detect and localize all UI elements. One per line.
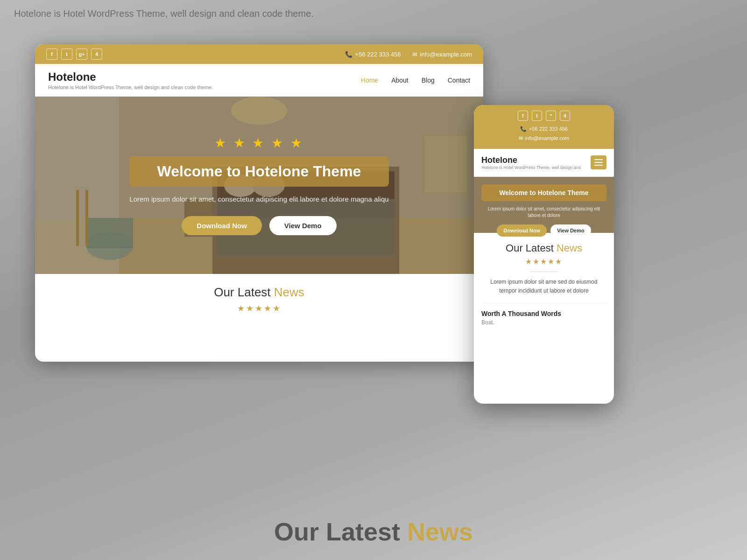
facebook-icon[interactable]: f [46,49,57,60]
mobile-download-button[interactable]: Download Now [497,224,547,237]
phone-info: 📞 +56 222 333 456 [345,51,401,58]
mobile-news-title-text: Our Latest [506,242,554,254]
bg-news: News [407,518,473,546]
news-title-accent2: News [274,285,304,299]
mobile-news-description: Lorem ipsum dolor sit ame sed do eiusmod… [481,278,606,295]
hero-stars: ★ ★ ★ ★ ★ [129,135,388,151]
nav-about[interactable]: About [391,77,409,84]
desktop-logo: Hotelone Hotelone is Hotel WordPress The… [48,70,213,90]
phone-number: +56 222 333 456 [355,51,401,58]
bg-bottom-text: Our Latest News [274,517,473,546]
phone-icon: 📞 [345,51,352,58]
bg-text: Hotelone is Hotel WordPress Theme, well … [14,8,314,19]
desktop-news-section: Our Latest News ★★★★★ [35,274,483,325]
desktop-logo-title: Hotelone [48,70,213,84]
download-now-button[interactable]: Download Now [182,216,262,235]
mobile-news-divider [530,272,558,272]
mobile-menu-button[interactable] [591,155,606,169]
hero-title: Welcome to Hotelone Theme [152,163,366,180]
bg-latest: Latest [326,518,400,546]
desktop-social-icons: f t g+ 4 [46,49,102,60]
social4-icon[interactable]: 4 [91,49,102,60]
mobile-googleplus-icon[interactable]: * [546,111,556,121]
mobile-hero: Welcome to Hotelone Theme Lorem ipsum do… [474,177,614,233]
mobile-hero-title-box: Welcome to Hotelone Theme [481,184,606,201]
hamburger-line3 [594,165,603,166]
desktop-hero: ★ ★ ★ ★ ★ Welcome to Hotelone Theme Lore… [35,97,483,274]
mobile-contact-info: 📞 +56 222 333 456 ✉ info@example.com [481,125,606,143]
hamburger-line2 [594,162,603,163]
desktop-logo-subtitle: Hotelone is Hotel WordPress Theme, well … [48,84,213,90]
hero-title-box: Welcome to Hotelone Theme [129,156,388,187]
mobile-hero-subtitle: Lorem ipsum dolor sit amet, consectetur … [481,206,606,219]
googleplus-icon[interactable]: g+ [76,49,87,60]
mobile-news-stars: ★★★★★ [481,257,606,266]
desktop-news-stars: ★★★★★ [48,303,470,314]
mobile-article-sub: Boat. [481,319,606,326]
bg-our: Our [274,518,319,546]
mobile-logo: Hotelone Hotelone is Hotel WordPress The… [481,155,581,170]
email-info: ✉ info@example.com [412,51,472,58]
mobile-hero-content: Welcome to Hotelone Theme Lorem ipsum do… [481,184,606,237]
twitter-icon[interactable]: t [61,49,72,60]
view-demo-button[interactable]: View Demo [269,216,337,235]
desktop-nav: Hotelone Hotelone is Hotel WordPress The… [35,64,483,97]
mobile-twitter-icon[interactable]: t [532,111,542,121]
desktop-contact-info: 📞 +56 222 333 456 ✉ info@example.com [345,51,472,58]
mobile-news-title-accent2: News [557,242,582,254]
hero-content: ★ ★ ★ ★ ★ Welcome to Hotelone Theme Lore… [129,135,388,235]
mobile-topbar: f t * 4 📞 +56 222 333 456 ✉ info@example… [474,105,614,149]
desktop-nav-links: Home About Blog Contact [361,77,470,84]
mobile-phone-number: +56 222 333 456 [529,125,568,134]
mobile-social-icons: f t * 4 [481,111,606,121]
email-address: info@example.com [420,51,472,58]
mobile-email: ✉ info@example.com [481,134,606,143]
mobile-hero-buttons: Download Now View Demo [481,224,606,237]
hero-buttons: Download Now View Demo [129,216,388,235]
mobile-facebook-icon[interactable]: f [518,111,528,121]
mobile-logo-title: Hotelone [481,155,581,165]
news-title-text: Our Latest [214,285,270,299]
mobile-nav: Hotelone Hotelone is Hotel WordPress The… [474,149,614,177]
desktop-mockup: f t g+ 4 📞 +56 222 333 456 ✉ info@exampl… [35,44,483,362]
news-title: Our Latest News [48,285,470,300]
hero-subtitle: Lorem ipsum dolor sit amet, consectetur … [129,195,388,203]
mobile-email-address: info@example.com [525,134,569,143]
mobile-news-article: Worth A Thousand Words Boat. [481,303,606,326]
hamburger-line1 [594,159,603,160]
hamburger-icon [594,159,603,166]
mobile-logo-subtitle: Hotelone is Hotel WordPress Theme, well … [481,165,581,170]
mobile-phone-icon: 📞 [520,125,527,134]
mobile-article-title: Worth A Thousand Words [481,310,606,317]
mobile-email-icon: ✉ [519,134,523,143]
nav-home[interactable]: Home [361,77,378,84]
mobile-news-title: Our Latest News [481,242,606,254]
mobile-social4-icon[interactable]: 4 [560,111,570,121]
nav-contact[interactable]: Contact [448,77,470,84]
mobile-hero-title: Welcome to Hotelone Theme [488,189,600,196]
mobile-phone: 📞 +56 222 333 456 [481,125,606,134]
mobile-view-demo-button[interactable]: View Demo [550,224,591,237]
mobile-news-section: Our Latest News ★★★★★ Lorem ipsum dolor … [474,233,614,335]
email-icon: ✉ [412,51,417,58]
mobile-mockup: f t * 4 📞 +56 222 333 456 ✉ info@example… [474,105,614,404]
desktop-topbar: f t g+ 4 📞 +56 222 333 456 ✉ info@exampl… [35,44,483,64]
nav-blog[interactable]: Blog [422,77,435,84]
